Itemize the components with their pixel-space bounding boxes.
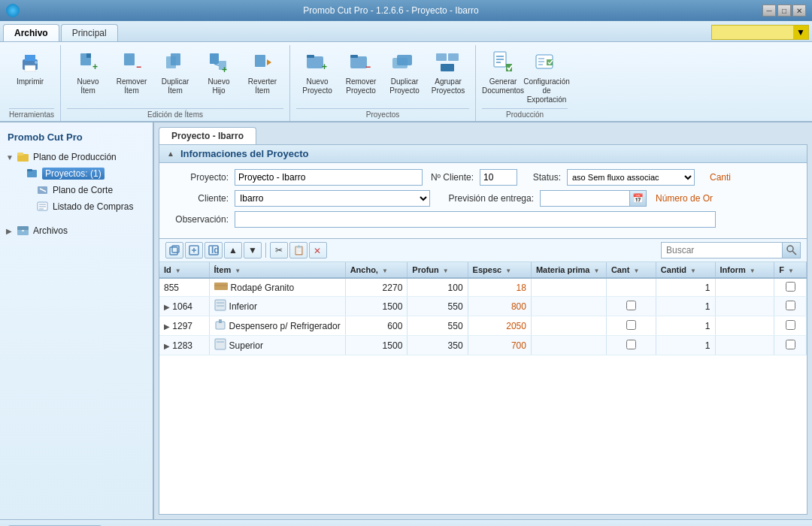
cell-f[interactable]	[774, 297, 807, 316]
window-controls[interactable]: ─ □ ✕	[762, 5, 806, 17]
tree-label-listado: Listado de Compras	[53, 201, 133, 212]
btn-nuevo-proyecto[interactable]: + NuevoProyecto	[296, 45, 338, 98]
cell-f[interactable]	[774, 278, 807, 297]
cell-cant[interactable]	[606, 316, 656, 336]
remove-project-icon: −	[347, 49, 374, 76]
cell-f[interactable]	[774, 336, 807, 355]
btn-remover-proyecto[interactable]: − RemoverProyecto	[340, 45, 382, 98]
btn-remover-item[interactable]: − RemoverÍtem	[111, 45, 153, 98]
filter-ancho[interactable]: ▼	[382, 268, 388, 274]
btn-duplicar-proyecto[interactable]: DuplicarProyecto	[383, 45, 426, 98]
btn-generar-docs[interactable]: GenerarDocumentos	[482, 45, 524, 98]
input-no-cliente[interactable]	[480, 169, 517, 186]
checkbox-cant[interactable]	[626, 340, 636, 349]
table-toolbar: Id ▲ ▼ ✂ 📋 ✕	[159, 239, 807, 262]
btn-table-copy[interactable]	[165, 242, 183, 258]
btn-nuevo-item[interactable]: + NuevoÍtem	[67, 45, 109, 98]
svg-rect-60	[215, 300, 226, 310]
tree-item-plano-corte[interactable]: Plano de Corte	[3, 182, 150, 198]
btn-export-config[interactable]: Configuraciónde Exportación	[526, 45, 568, 107]
cell-cant[interactable]	[606, 336, 656, 355]
maximize-btn[interactable]: □	[777, 5, 791, 17]
checkbox-cant[interactable]	[626, 320, 636, 330]
projects-icon	[26, 168, 39, 180]
checkbox-f[interactable]	[786, 282, 795, 292]
row-expand-icon[interactable]: ▶	[164, 303, 170, 311]
btn-table-paste[interactable]: 📋	[289, 242, 308, 258]
section-header[interactable]: ▲ Informaciones del Proyecto	[159, 145, 807, 163]
tree-item-listado[interactable]: Listado de Compras	[3, 198, 150, 215]
filter-inform[interactable]: ▼	[750, 268, 756, 274]
tab-archivo[interactable]: Archivo	[3, 24, 59, 41]
tree-item-proyectos[interactable]: Proyectos: (1)	[3, 165, 150, 182]
btn-agrupar-proyectos[interactable]: AgruparProyectos	[427, 45, 469, 98]
btn-table-clear[interactable]: ✕	[309, 242, 327, 258]
btn-duplicar-item[interactable]: DuplicarÍtem	[154, 45, 196, 98]
close-btn[interactable]: ✕	[792, 5, 806, 17]
top-search-input[interactable]	[712, 28, 793, 37]
tree-item-archivos[interactable]: ▶ Archivos	[3, 222, 150, 239]
svg-point-3	[35, 61, 38, 64]
checkbox-f[interactable]	[786, 340, 795, 349]
col-espesc: Espesc ▼	[468, 262, 531, 278]
svg-rect-36	[17, 153, 23, 156]
filter-profun[interactable]: ▼	[443, 268, 449, 274]
date-picker-btn[interactable]: 📅	[630, 190, 647, 207]
btn-table-cut[interactable]: ✂	[270, 242, 288, 258]
table-wrap: Id ▼ Ítem ▼ Ancho, ▼ Profun ▼ Espesc ▼ M…	[159, 262, 807, 514]
table-row[interactable]: ▶ 1064 Inferior 1500	[159, 297, 807, 316]
cell-f[interactable]	[774, 316, 807, 336]
btn-table-edit[interactable]: Id	[205, 242, 223, 258]
filter-f[interactable]: ▼	[788, 268, 794, 274]
filter-cant[interactable]: ▼	[633, 268, 639, 274]
select-cliente[interactable]: Ibarro	[235, 190, 430, 207]
table-search-input[interactable]	[662, 243, 782, 258]
btn-reverter-item[interactable]: ReverterÍtem	[241, 45, 283, 98]
input-observacion[interactable]	[235, 211, 716, 228]
cell-inform	[715, 316, 774, 336]
btn-table-down[interactable]: ▼	[244, 242, 262, 258]
svg-rect-38	[27, 169, 32, 171]
row-expand-icon[interactable]: ▶	[164, 322, 170, 331]
filter-materia[interactable]: ▼	[594, 268, 600, 274]
select-status[interactable]: aso Sem fluxo associac	[567, 169, 695, 186]
filter-espesc[interactable]: ▼	[505, 268, 511, 274]
tree-item-plano-produccion[interactable]: ▼ Plano de Producción	[3, 149, 150, 165]
btn-table-up[interactable]: ▲	[224, 242, 242, 258]
label-no-cliente: Nº Cliente:	[429, 172, 474, 183]
btn-table-add[interactable]	[185, 242, 203, 258]
svg-point-56	[787, 246, 793, 252]
btn-imprimir[interactable]: Imprimir	[9, 45, 51, 90]
input-prevision[interactable]	[540, 190, 630, 207]
checkbox-cant[interactable]	[626, 301, 636, 310]
filter-item[interactable]: ▼	[235, 268, 241, 274]
input-proyecto[interactable]	[235, 169, 423, 186]
table-row[interactable]: ▶ 1297 Despensero p/ Refrigerador	[159, 316, 807, 336]
filter-id[interactable]: ▼	[175, 268, 181, 274]
top-search-box[interactable]: ▼	[711, 25, 809, 40]
minimize-btn[interactable]: ─	[762, 5, 776, 17]
btn-nuevo-hijo[interactable]: + NuevoHijo	[198, 45, 240, 98]
export-config-icon	[533, 49, 560, 76]
col-f: F ▼	[774, 262, 807, 278]
svg-rect-26	[441, 64, 454, 71]
table-row[interactable]: ▶ 1283 Superior 1500	[159, 336, 807, 355]
row-expand-icon[interactable]: ▶	[164, 342, 170, 350]
checkbox-f[interactable]	[786, 301, 795, 310]
content-tab-proyecto[interactable]: Proyecto - Ibarro	[159, 127, 256, 144]
filter-cantid[interactable]: ▼	[690, 268, 696, 274]
svg-rect-11	[210, 53, 219, 64]
checkbox-f[interactable]	[786, 320, 795, 330]
cell-profun: 550	[408, 297, 468, 316]
cell-id: ▶ 1283	[159, 336, 209, 355]
table-row[interactable]: 855 Rodapé Granito 2270 100	[159, 278, 807, 297]
cell-cant[interactable]	[606, 297, 656, 316]
svg-rect-58	[214, 283, 228, 290]
new-child-icon: +	[205, 49, 232, 76]
group-projects-icon	[435, 49, 462, 76]
top-search-btn[interactable]: ▼	[793, 26, 808, 39]
table-search-btn[interactable]	[782, 243, 800, 258]
cell-cantid: 1	[656, 316, 715, 336]
toolbar-separator	[265, 243, 266, 258]
tab-principal[interactable]: Principal	[61, 24, 118, 41]
